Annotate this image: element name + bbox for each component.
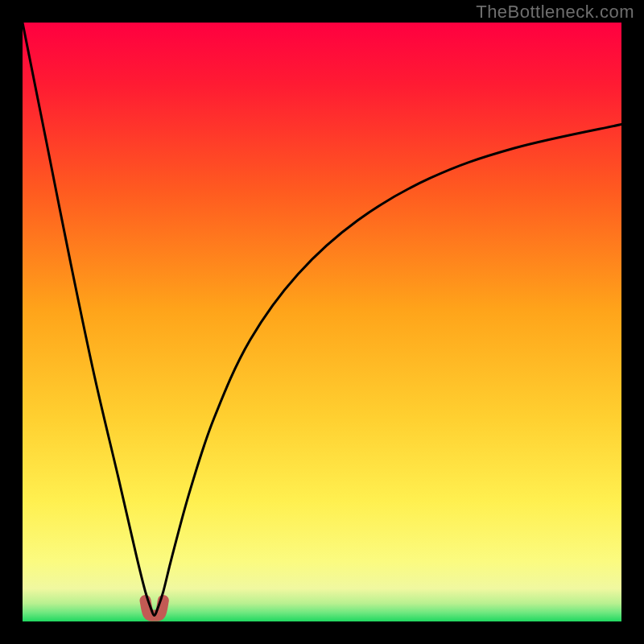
bottleneck-chart [23, 23, 621, 621]
gradient-background [23, 23, 621, 621]
chart-frame: TheBottleneck.com [0, 0, 644, 644]
plot-area [23, 23, 621, 621]
watermark-text: TheBottleneck.com [476, 2, 634, 23]
